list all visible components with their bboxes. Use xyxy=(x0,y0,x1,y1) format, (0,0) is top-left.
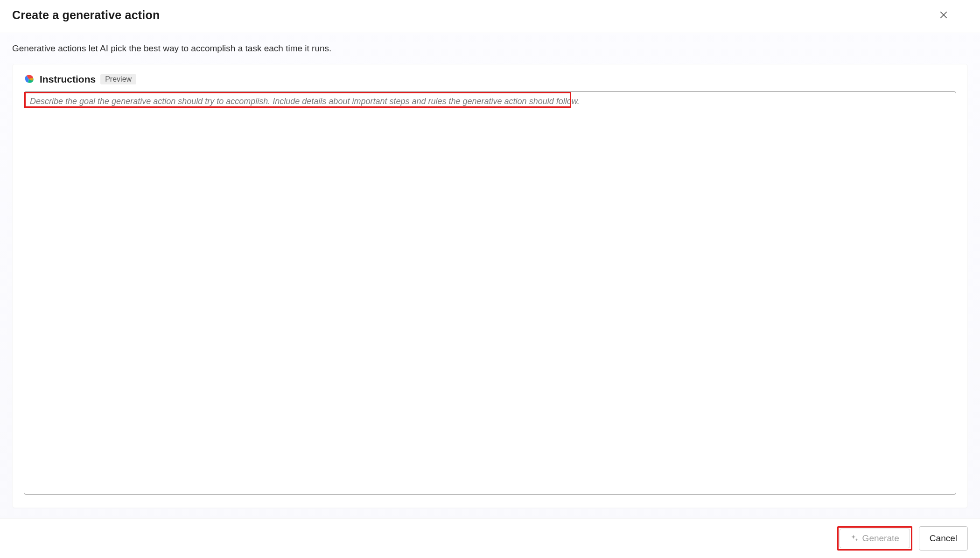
dialog-title: Create a generative action xyxy=(12,8,160,22)
close-button[interactable] xyxy=(936,7,951,22)
content-area: Generative actions let AI pick the best … xyxy=(0,33,980,518)
instructions-header: Instructions Preview xyxy=(24,74,956,85)
generate-button[interactable]: Generate xyxy=(840,529,910,548)
annotation-highlight-generate: Generate xyxy=(837,526,912,551)
cancel-button[interactable]: Cancel xyxy=(919,526,968,551)
cancel-button-label: Cancel xyxy=(930,533,957,544)
copilot-icon xyxy=(24,74,35,85)
generate-button-label: Generate xyxy=(862,533,899,544)
close-icon xyxy=(939,11,948,19)
instructions-title: Instructions xyxy=(40,74,96,85)
preview-badge: Preview xyxy=(100,74,136,84)
dialog-header: Create a generative action xyxy=(0,0,980,33)
dialog-footer: Generate Cancel xyxy=(0,518,980,558)
instructions-textarea[interactable] xyxy=(24,91,956,495)
instructions-textarea-wrap xyxy=(24,91,956,495)
instructions-card: Instructions Preview xyxy=(12,64,968,508)
dialog-subtext: Generative actions let AI pick the best … xyxy=(12,43,968,54)
sparkle-icon xyxy=(850,534,859,543)
